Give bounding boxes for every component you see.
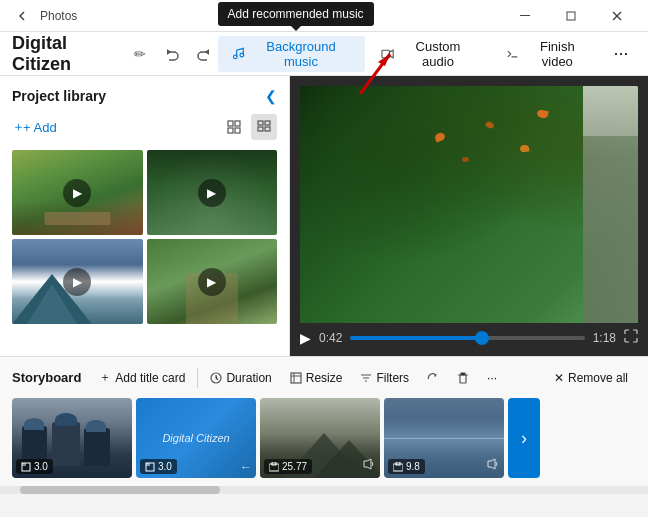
svg-rect-1 xyxy=(567,12,575,20)
remove-all-button[interactable]: ✕ Remove all xyxy=(546,367,636,389)
clip-duration-badge: 3.0 xyxy=(16,459,53,474)
more-storyboard-button[interactable]: ··· xyxy=(479,367,505,389)
rotate-button[interactable] xyxy=(419,368,447,388)
close-button[interactable] xyxy=(594,0,640,32)
project-library-panel: Project library ❮ ＋ + Add xyxy=(0,76,290,356)
seek-bar[interactable] xyxy=(350,336,584,340)
edit-icon[interactable]: ✏ xyxy=(134,46,146,62)
app-name: Photos xyxy=(40,9,77,23)
add-media-button[interactable]: ＋ + Add xyxy=(12,118,57,136)
undo-button[interactable] xyxy=(158,40,186,68)
svg-rect-17 xyxy=(460,375,466,383)
storyboard-clip[interactable]: 25.77 xyxy=(260,398,380,478)
window-controls xyxy=(502,0,640,32)
music-toolbar: Add recommended music Background music xyxy=(218,36,636,72)
add-title-card-button[interactable]: ＋ Add title card xyxy=(91,365,193,390)
next-clips-button[interactable]: › xyxy=(508,398,540,478)
svg-rect-0 xyxy=(520,15,530,16)
storyboard-clips: 3.0 Digital Citizen 3.0 ← xyxy=(12,398,636,486)
fullscreen-button[interactable] xyxy=(624,329,638,346)
svg-point-5 xyxy=(240,53,244,57)
storyboard-title: Storyboard xyxy=(12,370,81,385)
view-toggle xyxy=(221,114,277,140)
maximize-button[interactable] xyxy=(548,0,594,32)
svg-rect-11 xyxy=(258,121,263,125)
clip-duration-badge: 3.0 xyxy=(140,459,177,474)
svg-rect-14 xyxy=(265,127,270,131)
media-item[interactable]: ▶ xyxy=(147,150,278,235)
horizontal-scrollbar[interactable] xyxy=(0,486,648,494)
undo-redo-group xyxy=(158,40,218,68)
svg-point-4 xyxy=(233,54,237,58)
svg-rect-7 xyxy=(228,121,233,126)
svg-rect-6 xyxy=(382,50,390,58)
custom-audio-button[interactable]: Custom audio xyxy=(367,36,489,72)
collapse-icon[interactable]: ❮ xyxy=(265,88,277,104)
duration-button[interactable]: Duration xyxy=(202,367,279,389)
media-item[interactable]: ▶ xyxy=(147,239,278,324)
play-button-overlay[interactable]: ▶ xyxy=(63,179,91,207)
storyboard-toolbar: Storyboard ＋ Add title card Duration Res… xyxy=(12,365,636,390)
delete-button[interactable] xyxy=(449,368,477,388)
media-item[interactable]: ▶ xyxy=(12,150,143,235)
resize-button[interactable]: Resize xyxy=(282,367,351,389)
storyboard-clip[interactable]: 9.8 xyxy=(384,398,504,478)
plus-icon: ＋ xyxy=(99,369,111,386)
playback-controls: ▶ 0:42 1:18 xyxy=(300,323,638,346)
media-item[interactable]: ▶ xyxy=(12,239,143,324)
seek-thumb[interactable] xyxy=(475,331,489,345)
finish-video-button[interactable]: Finish video xyxy=(492,36,604,72)
panel-toolbar: ＋ + Add xyxy=(12,114,277,140)
svg-rect-19 xyxy=(22,463,26,466)
end-time: 1:18 xyxy=(593,331,616,345)
back-button[interactable] xyxy=(8,2,36,30)
video-preview-panel: ▶ 0:42 1:18 xyxy=(290,76,648,356)
main-toolbar: Digital Citizen ✏ Add recommended music xyxy=(0,32,648,76)
seek-fill xyxy=(350,336,481,340)
play-button[interactable]: ▶ xyxy=(300,330,311,346)
play-button-overlay[interactable]: ▶ xyxy=(198,268,226,296)
project-title: Digital Citizen xyxy=(12,33,126,75)
storyboard-clip[interactable]: 3.0 xyxy=(12,398,132,478)
content-area: Project library ❮ ＋ + Add xyxy=(0,76,648,356)
svg-rect-21 xyxy=(146,463,150,466)
svg-rect-12 xyxy=(265,121,270,125)
minimize-button[interactable] xyxy=(502,0,548,32)
redo-button[interactable] xyxy=(190,40,218,68)
svg-rect-10 xyxy=(235,128,240,133)
audio-icon xyxy=(362,457,376,474)
svg-rect-8 xyxy=(235,121,240,126)
more-options-button[interactable]: ··· xyxy=(606,36,636,72)
filters-button[interactable]: Filters xyxy=(352,367,417,389)
panel-title: Project library xyxy=(12,88,106,104)
storyboard-clip[interactable]: Digital Citizen 3.0 ← xyxy=(136,398,256,478)
grid-view-button[interactable] xyxy=(221,114,247,140)
storyboard-section: Storyboard ＋ Add title card Duration Res… xyxy=(0,356,648,486)
media-grid: ▶ ▶ ▶ xyxy=(12,150,277,324)
svg-rect-13 xyxy=(258,127,263,131)
background-music-button[interactable]: Background music xyxy=(218,36,366,72)
video-preview xyxy=(300,86,638,323)
clip-duration-badge: 9.8 xyxy=(388,459,425,474)
panel-header: Project library ❮ xyxy=(12,88,277,104)
tooltip: Add recommended music xyxy=(218,2,374,26)
play-button-overlay[interactable]: ▶ xyxy=(198,179,226,207)
current-time: 0:42 xyxy=(319,331,342,345)
svg-rect-9 xyxy=(228,128,233,133)
audio-icon xyxy=(486,457,500,474)
list-view-button[interactable] xyxy=(251,114,277,140)
svg-rect-16 xyxy=(291,373,301,383)
clip-duration-badge: 25.77 xyxy=(264,459,312,474)
play-button-overlay[interactable]: ▶ xyxy=(63,268,91,296)
separator xyxy=(197,368,198,388)
